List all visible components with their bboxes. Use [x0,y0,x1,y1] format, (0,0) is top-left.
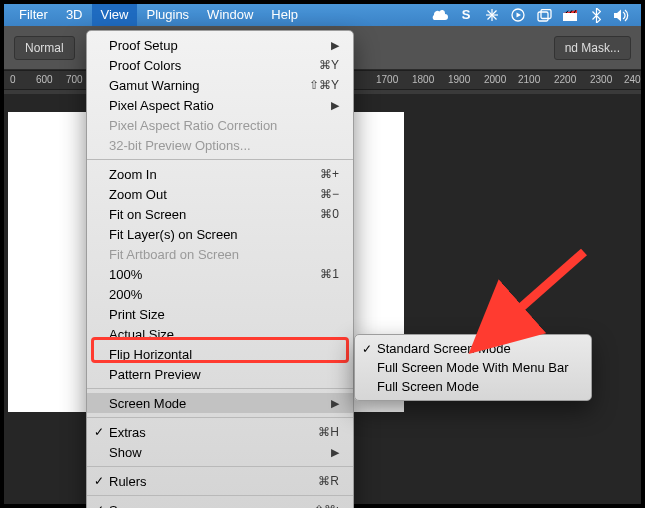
menu-item-extras[interactable]: Extras⌘H [87,422,353,442]
macos-menubar: Filter 3D View Plugins Window Help S [4,4,641,26]
svg-rect-9 [563,13,577,21]
menu-window[interactable]: Window [198,4,262,26]
menu-item-fit-layers[interactable]: Fit Layer(s) on Screen [87,224,353,244]
ruler-tick: 700 [66,74,83,85]
menu-item-32bit-preview: 32-bit Preview Options... [87,135,353,155]
svg-rect-7 [538,12,548,21]
menu-item-pattern-preview[interactable]: Pattern Preview [87,364,353,384]
ruler-tick: 600 [36,74,53,85]
select-and-mask-button[interactable]: nd Mask... [554,36,631,60]
menu-item-screen-mode[interactable]: Screen Mode▶ [87,393,353,413]
submenu-arrow-icon: ▶ [331,446,339,459]
ruler-tick: 1900 [448,74,470,85]
submenu-arrow-icon: ▶ [331,39,339,52]
menu-item-100[interactable]: 100%⌘1 [87,264,353,284]
menu-3d[interactable]: 3D [57,4,92,26]
ruler-tick: 1800 [412,74,434,85]
menu-item-flip-horizontal[interactable]: Flip Horizontal [87,344,353,364]
ruler-tick: 2300 [590,74,612,85]
ruler-tick: 2100 [518,74,540,85]
svg-marker-14 [614,9,621,21]
menu-item-pixel-aspect-ratio[interactable]: Pixel Aspect Ratio▶ [87,95,353,115]
submenu-item-standard[interactable]: Standard Screen Mode [355,339,591,358]
menu-help[interactable]: Help [262,4,307,26]
submenu-item-fullscreen-menubar[interactable]: Full Screen Mode With Menu Bar [355,358,591,377]
svg-rect-8 [541,9,551,18]
ruler-tick: 1700 [376,74,398,85]
svg-text:S: S [462,8,471,22]
menu-item-rulers[interactable]: Rulers⌘R [87,471,353,491]
s-icon[interactable]: S [453,4,479,26]
submenu-arrow-icon: ▶ [331,397,339,410]
menu-item-par-correction: Pixel Aspect Ratio Correction [87,115,353,135]
menu-item-200[interactable]: 200% [87,284,353,304]
app-frame: Filter 3D View Plugins Window Help S [0,0,645,508]
menu-item-snap[interactable]: Snap⇧⌘; [87,500,353,508]
snowflake-icon[interactable] [479,4,505,26]
menu-item-show[interactable]: Show▶ [87,442,353,462]
volume-icon[interactable] [609,4,635,26]
menu-separator [87,417,353,418]
bluetooth-icon[interactable] [583,4,609,26]
ruler-tick: 0 [10,74,16,85]
menu-separator [87,495,353,496]
menu-filter[interactable]: Filter [10,4,57,26]
view-menu-dropdown: Proof Setup▶ Proof Colors⌘Y Gamut Warnin… [86,30,354,508]
submenu-item-fullscreen[interactable]: Full Screen Mode [355,377,591,396]
menu-separator [87,388,353,389]
screen-mode-submenu: Standard Screen Mode Full Screen Mode Wi… [354,334,592,401]
cloud-icon[interactable] [427,4,453,26]
menu-item-print-size[interactable]: Print Size [87,304,353,324]
menu-item-actual-size[interactable]: Actual Size [87,324,353,344]
menu-item-proof-setup[interactable]: Proof Setup▶ [87,35,353,55]
blend-mode-select[interactable]: Normal [14,36,75,60]
menu-item-zoom-out[interactable]: Zoom Out⌘− [87,184,353,204]
clapperboard-icon[interactable] [557,4,583,26]
menu-item-gamut-warning[interactable]: Gamut Warning⇧⌘Y [87,75,353,95]
ruler-tick: 2000 [484,74,506,85]
menu-separator [87,159,353,160]
menu-item-fit-on-screen[interactable]: Fit on Screen⌘0 [87,204,353,224]
menu-item-zoom-in[interactable]: Zoom In⌘+ [87,164,353,184]
windows-icon[interactable] [531,4,557,26]
menu-plugins[interactable]: Plugins [137,4,198,26]
menu-item-proof-colors[interactable]: Proof Colors⌘Y [87,55,353,75]
svg-marker-6 [517,13,522,18]
ruler-tick: 2400 [624,74,641,85]
menu-view[interactable]: View [92,4,138,26]
ruler-tick: 2200 [554,74,576,85]
play-circle-icon[interactable] [505,4,531,26]
submenu-arrow-icon: ▶ [331,99,339,112]
menu-item-fit-artboard: Fit Artboard on Screen [87,244,353,264]
menu-separator [87,466,353,467]
